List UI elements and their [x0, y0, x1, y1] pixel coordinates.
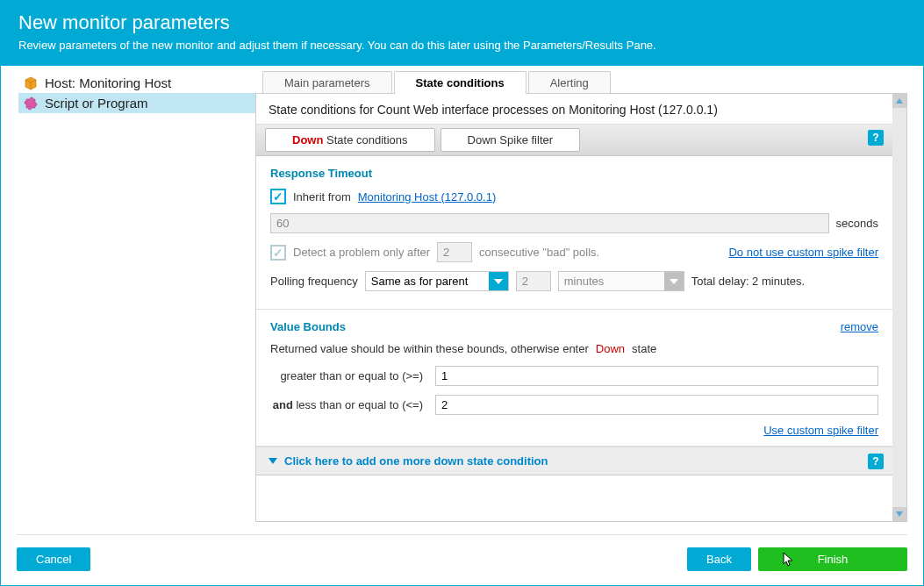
wizard-body: Host: Monitoring Host Script or Program …: [1, 66, 923, 522]
wizard-footer: Cancel Back Finish: [17, 534, 907, 585]
polling-label: Polling frequency: [270, 275, 358, 288]
tab-alerting[interactable]: Alerting: [528, 71, 611, 94]
panel-content: State conditions for Count Web interface…: [256, 94, 892, 521]
polling-row: Polling frequency Total delay: 2 minutes…: [270, 271, 878, 291]
bounds-intro: Returned value should be within these bo…: [270, 342, 878, 355]
sidebar-item-host[interactable]: Host: Monitoring Host: [18, 73, 255, 93]
polling-unit-select: [558, 271, 684, 291]
gte-input[interactable]: [435, 366, 878, 386]
sidebar-item-script[interactable]: Script or Program: [18, 93, 255, 113]
inherit-label: Inherit from: [293, 190, 351, 204]
chevron-down-icon: [269, 458, 277, 464]
lte-label: and less than or equal to (<=): [270, 398, 428, 411]
help-icon[interactable]: ?: [868, 454, 884, 469]
bounds-intro-pre: Returned value should be within these bo…: [270, 342, 589, 355]
state-conditions-panel: State conditions for Count Web interface…: [255, 93, 907, 522]
section-title-response-timeout: Response Timeout: [270, 167, 878, 180]
polling-interval-input: [516, 271, 551, 291]
gte-row: greater than or equal to (>=): [270, 366, 878, 386]
host-icon: [24, 76, 38, 90]
bounds-intro-down: Down: [596, 342, 625, 355]
lte-row: and less than or equal to (<=): [270, 395, 878, 415]
section-title-value-bounds: Value Bounds: [270, 320, 346, 333]
scroll-down-icon[interactable]: [892, 507, 906, 521]
cancel-button[interactable]: Cancel: [17, 547, 90, 571]
sidebar-item-label: Host: Monitoring Host: [45, 75, 171, 90]
detect-suffix: consecutive "bad" polls.: [479, 246, 599, 259]
page-title: New monitor parameters: [18, 11, 906, 34]
scrollbar[interactable]: [892, 94, 906, 521]
lte-input[interactable]: [435, 395, 878, 415]
remove-link[interactable]: remove: [841, 320, 878, 333]
subtab-down-spike[interactable]: Down Spike filter: [441, 128, 581, 152]
chevron-down-icon: [664, 272, 684, 290]
detect-row: Detect a problem only after consecutive …: [270, 242, 878, 262]
timeout-input: [270, 213, 829, 233]
subtab-down-state[interactable]: Down State conditions: [265, 128, 435, 152]
cursor-icon: [783, 552, 795, 568]
detect-label: Detect a problem only after: [293, 246, 430, 259]
finish-label: Finish: [818, 553, 849, 566]
scroll-track[interactable]: [892, 108, 906, 507]
tab-bar: Main parameters State conditions Alertin…: [255, 71, 907, 94]
detect-checkbox: [270, 245, 286, 261]
panel-title: State conditions for Count Web interface…: [256, 94, 892, 124]
timeout-unit: seconds: [836, 217, 878, 230]
custom-spike-row: Use custom spike filter: [270, 424, 878, 437]
inherit-row: Inherit from Monitoring Host (127.0.0.1): [270, 189, 878, 204]
detect-count-input: [437, 242, 472, 262]
timeout-row: seconds: [270, 213, 878, 233]
response-timeout-section: Response Timeout Inherit from Monitoring…: [256, 156, 892, 310]
subtab-bar: Down State conditions Down Spike filter …: [256, 124, 892, 156]
finish-button[interactable]: Finish: [758, 547, 907, 571]
gte-label: greater than or equal to (>=): [270, 369, 428, 382]
main-area: Main parameters State conditions Alertin…: [255, 66, 923, 522]
scroll-up-icon[interactable]: [892, 94, 906, 108]
no-spike-filter-link[interactable]: Do not use custom spike filter: [728, 246, 878, 259]
inherit-link[interactable]: Monitoring Host (127.0.0.1): [358, 190, 497, 204]
page-subtitle: Review parameters of the new monitor and…: [18, 38, 906, 54]
polling-frequency-value: [366, 272, 489, 290]
help-icon[interactable]: ?: [868, 130, 884, 146]
tab-state-conditions[interactable]: State conditions: [394, 71, 526, 94]
inherit-checkbox[interactable]: [270, 189, 286, 204]
down-rest: State conditions: [323, 133, 407, 146]
polling-unit-value: [559, 272, 664, 290]
value-bounds-section: Value Bounds remove Returned value shoul…: [256, 310, 892, 447]
puzzle-icon: [24, 96, 38, 111]
wizard-sidebar: Host: Monitoring Host Script or Program: [1, 66, 255, 522]
sidebar-item-label: Script or Program: [45, 96, 148, 111]
total-delay-label: Total delay: 2 minutes.: [691, 275, 805, 288]
back-button[interactable]: Back: [687, 547, 751, 571]
add-condition-link[interactable]: Click here to add one more down state co…: [284, 454, 548, 468]
wizard-header: New monitor parameters Review parameters…: [1, 1, 923, 66]
wizard-window: New monitor parameters Review parameters…: [0, 0, 924, 586]
tab-main-parameters[interactable]: Main parameters: [262, 71, 392, 94]
chevron-down-icon[interactable]: [489, 272, 508, 290]
use-custom-spike-link[interactable]: Use custom spike filter: [763, 424, 878, 437]
polling-frequency-select[interactable]: [365, 271, 509, 291]
down-word: Down: [292, 133, 323, 146]
bounds-intro-post: state: [632, 342, 656, 355]
add-condition-bar[interactable]: Click here to add one more down state co…: [256, 447, 892, 475]
